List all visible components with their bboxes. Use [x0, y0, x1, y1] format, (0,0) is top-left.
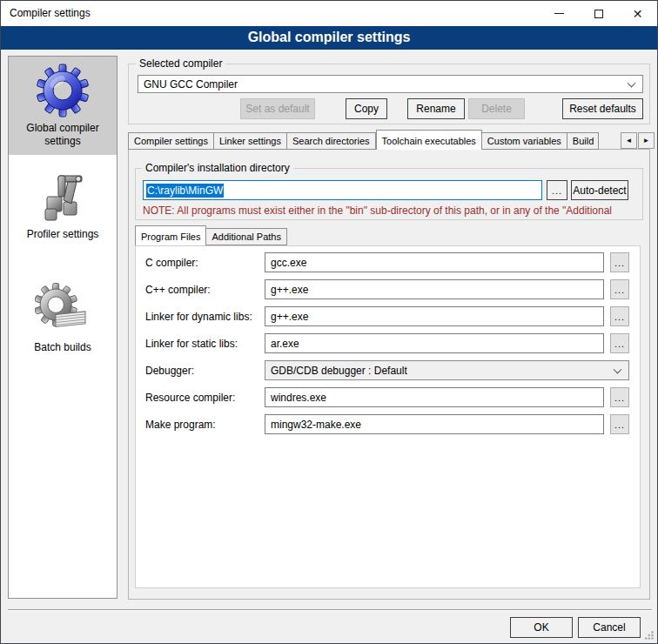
form-row-make-program: Make program: ... — [145, 414, 629, 434]
auto-detect-button[interactable]: Auto-detect — [571, 180, 628, 200]
resource-compiler-label: Resource compiler: — [145, 392, 265, 404]
title-bar[interactable]: Compiler settings ✕ — [1, 1, 657, 26]
installation-directory-selected-text: C:\raylib\MinGW — [146, 184, 224, 198]
window-controls: ✕ — [540, 1, 657, 26]
form-row-dynamic-linker: Linker for dynamic libs: ... — [145, 306, 629, 326]
sidebar-item-global-compiler-settings[interactable]: Global compiler settings — [9, 57, 117, 155]
make-program-browse-button[interactable]: ... — [610, 414, 629, 434]
compiler-select-value: GNU GCC Compiler — [144, 78, 238, 91]
tab-build-options[interactable]: Build — [567, 132, 599, 150]
make-program-label: Make program: — [145, 419, 265, 431]
sidebar-item-label: Profiler settings — [15, 228, 111, 241]
tab-scroll-right-button[interactable]: ► — [638, 132, 655, 149]
tab-program-files[interactable]: Program Files — [135, 225, 206, 245]
footer-separator — [8, 609, 652, 611]
settings-category-list: Global compiler settings — [8, 56, 118, 599]
window-title: Compiler settings — [10, 1, 91, 26]
selected-compiler-group-label: Selected compiler — [136, 58, 225, 70]
copy-button[interactable]: Copy — [346, 98, 387, 119]
tab-compiler-settings[interactable]: Compiler settings — [128, 132, 214, 150]
program-files-tab-strip: Program Files Additional Paths — [135, 225, 396, 245]
static-linker-label: Linker for static libs: — [145, 338, 265, 350]
reset-defaults-button[interactable]: Reset defaults — [562, 98, 643, 119]
scroll-right-icon: ► — [643, 137, 650, 144]
rename-button[interactable]: Rename — [407, 98, 465, 119]
close-icon: ✕ — [633, 8, 643, 20]
minimize-button[interactable] — [540, 1, 579, 26]
resource-compiler-browse-button[interactable]: ... — [610, 387, 629, 407]
form-row-static-linker: Linker for static libs: ... — [145, 333, 629, 353]
dynamic-linker-input[interactable] — [265, 306, 604, 326]
set-as-default-button: Set as default — [240, 98, 315, 119]
cancel-button[interactable]: Cancel — [578, 617, 641, 638]
form-row-resource-compiler: Resource compiler: ... — [145, 387, 629, 407]
installation-directory-browse-button[interactable]: ... — [547, 180, 567, 200]
debugger-dropdown[interactable]: GDB/CDB debugger : Default — [265, 360, 629, 380]
tab-additional-paths[interactable]: Additional Paths — [206, 228, 287, 245]
maximize-button[interactable] — [579, 1, 618, 26]
installation-directory-group-label: Compiler's installation directory — [142, 163, 293, 174]
chevron-down-icon — [628, 78, 636, 87]
tab-scroll-left-button[interactable]: ◄ — [621, 132, 637, 149]
page-title: Global compiler settings — [1, 26, 657, 50]
maximize-icon — [594, 10, 603, 18]
gray-gear-stack-icon — [35, 282, 91, 338]
compiler-select-dropdown[interactable]: GNU GCC Compiler — [138, 75, 643, 93]
chevron-down-icon — [614, 365, 622, 373]
compiler-settings-dialog: Compiler settings ✕ Global compiler sett… — [0, 0, 658, 644]
form-row-debugger: Debugger: GDB/CDB debugger : Default — [145, 360, 629, 380]
c-compiler-label: C compiler: — [145, 257, 265, 269]
debugger-value: GDB/CDB debugger : Default — [271, 365, 407, 377]
minimize-icon — [554, 13, 564, 14]
static-linker-browse-button[interactable]: ... — [610, 333, 629, 353]
note-text: NOTE: All programs must exist either in … — [143, 205, 642, 217]
ok-button[interactable]: OK — [510, 617, 573, 638]
tab-search-directories[interactable]: Search directories — [287, 132, 376, 150]
resize-grip[interactable] — [644, 630, 655, 641]
installation-directory-input[interactable]: C:\raylib\MinGW — [143, 180, 542, 200]
tab-linker-settings[interactable]: Linker settings — [214, 132, 287, 150]
debugger-label: Debugger: — [145, 365, 265, 377]
sidebar-item-profiler-settings[interactable]: Profiler settings — [9, 155, 117, 263]
settings-tab-strip: Compiler settings Linker settings Search… — [128, 130, 621, 150]
sidebar-item-batch-builds[interactable]: Batch builds — [9, 263, 117, 376]
form-row-cpp-compiler: C++ compiler: ... — [145, 279, 629, 299]
dynamic-linker-browse-button[interactable]: ... — [610, 306, 629, 326]
tab-toolchain-executables[interactable]: Toolchain executables — [376, 130, 482, 150]
static-linker-input[interactable] — [265, 333, 604, 353]
sidebar-item-label: Global compiler settings — [15, 122, 111, 148]
make-program-input[interactable] — [265, 414, 604, 434]
scroll-left-icon: ◄ — [626, 137, 633, 144]
cpp-compiler-input[interactable] — [265, 279, 604, 299]
dynamic-linker-label: Linker for dynamic libs: — [145, 311, 265, 323]
tab-custom-variables[interactable]: Custom variables — [482, 132, 567, 150]
form-row-c-compiler: C compiler: ... — [145, 252, 629, 272]
c-compiler-browse-button[interactable]: ... — [610, 252, 629, 272]
blue-gear-icon — [35, 63, 91, 118]
sidebar-item-label: Batch builds — [15, 341, 111, 354]
caliper-tool-icon — [35, 169, 91, 225]
cpp-compiler-label: C++ compiler: — [145, 284, 265, 296]
c-compiler-input[interactable] — [265, 252, 604, 272]
cpp-compiler-browse-button[interactable]: ... — [610, 279, 629, 299]
delete-button: Delete — [468, 98, 525, 119]
close-button[interactable]: ✕ — [618, 1, 657, 26]
resource-compiler-input[interactable] — [265, 387, 604, 407]
